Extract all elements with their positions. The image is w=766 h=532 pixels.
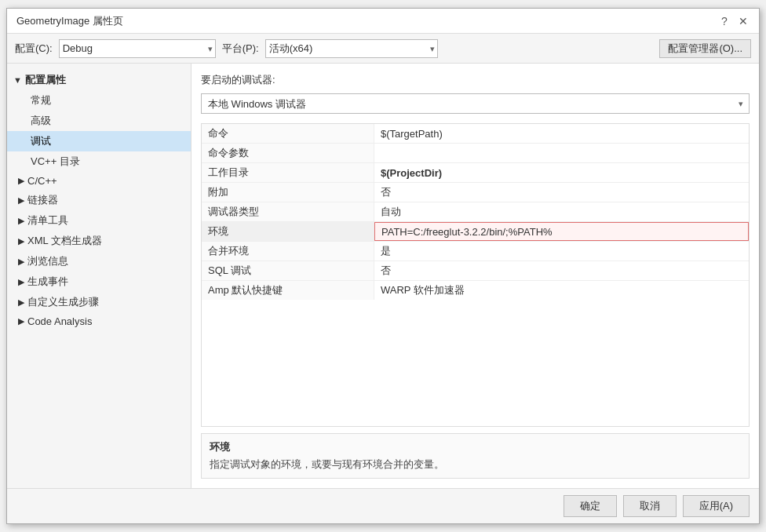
sidebar-item-linker[interactable]: ▶ 链接器 — [7, 190, 191, 210]
ok-button[interactable]: 确定 — [564, 495, 617, 517]
sidebar-group-config[interactable]: ▼ 配置属性 — [7, 70, 191, 90]
toolbar: 配置(C): Debug 平台(P): 活动(x64) 配置管理器(O)... — [7, 34, 759, 64]
codeanalysis-arrow: ▶ — [18, 316, 24, 326]
prop-key-mergeenv: 合并环境 — [202, 242, 374, 261]
sidebar-group-label: 配置属性 — [25, 73, 66, 87]
prop-val-command: $(TargetPath) — [374, 124, 749, 143]
sidebar-item-buildevents[interactable]: ▶ 生成事件 — [7, 271, 191, 292]
browse-arrow: ▶ — [18, 257, 24, 267]
sidebar-item-debug[interactable]: 调试 — [7, 131, 191, 151]
platform-select-wrapper: 活动(x64) — [265, 39, 438, 58]
prop-key-workdir: 工作目录 — [202, 163, 374, 182]
apply-button[interactable]: 应用(A) — [683, 495, 750, 517]
prop-val-cmdargs — [374, 144, 749, 162]
prop-row-attach[interactable]: 附加 否 — [202, 183, 749, 202]
title-bar: GeometryImage 属性页 ? ✕ — [7, 9, 759, 34]
sidebar-item-cpp[interactable]: ▶ C/C++ — [7, 172, 191, 190]
config-select-wrapper: Debug — [59, 39, 216, 58]
description-text: 指定调试对象的环境，或要与现有环境合并的变量。 — [210, 457, 741, 472]
group-arrow: ▼ — [13, 75, 22, 85]
sidebar-item-advanced[interactable]: 高级 — [7, 111, 191, 131]
prop-row-env[interactable]: 环境 PATH=C:/freeglut-3.2.2/bin/;%PATH% — [202, 222, 749, 242]
prop-val-env: PATH=C:/freeglut-3.2.2/bin/;%PATH% — [374, 222, 749, 241]
description-panel: 环境 指定调试对象的环境，或要与现有环境合并的变量。 — [201, 433, 750, 479]
close-button[interactable]: ✕ — [737, 15, 750, 27]
prop-key-debugtype: 调试器类型 — [202, 202, 374, 221]
prop-row-workdir[interactable]: 工作目录 $(ProjectDir) — [202, 163, 749, 183]
help-button[interactable]: ? — [718, 15, 731, 27]
debugger-prompt: 要启动的调试器: — [201, 73, 750, 87]
prop-val-attach: 否 — [374, 183, 749, 202]
prop-row-sqldebug[interactable]: SQL 调试 否 — [202, 261, 749, 281]
linker-arrow: ▶ — [18, 195, 24, 206]
main-window: GeometryImage 属性页 ? ✕ 配置(C): Debug 平台(P)… — [6, 8, 760, 524]
cpp-arrow: ▶ — [18, 176, 24, 186]
prop-row-command[interactable]: 命令 $(TargetPath) — [202, 124, 749, 144]
sidebar: ▼ 配置属性 常规 高级 调试 VC++ 目录 ▶ C/C++ ▶ — [7, 64, 192, 488]
prop-row-ampshortcut[interactable]: Amp 默认快捷键 WARP 软件加速器 — [202, 281, 749, 300]
prop-key-ampshortcut: Amp 默认快捷键 — [202, 281, 374, 300]
debugger-select-row: 本地 Windows 调试器 — [201, 93, 750, 114]
debugger-select[interactable]: 本地 Windows 调试器 — [201, 93, 750, 114]
sidebar-item-xmlgen[interactable]: ▶ XML 文档生成器 — [7, 231, 191, 251]
prop-key-env: 环境 — [202, 222, 374, 241]
sidebar-item-manifest[interactable]: ▶ 清单工具 — [7, 210, 191, 231]
prop-val-debugtype: 自动 — [374, 202, 749, 221]
prop-key-sqldebug: SQL 调试 — [202, 261, 374, 280]
manifest-arrow: ▶ — [18, 216, 24, 226]
prop-val-workdir: $(ProjectDir) — [374, 163, 749, 182]
content-area: ▼ 配置属性 常规 高级 调试 VC++ 目录 ▶ C/C++ ▶ — [7, 64, 759, 488]
sidebar-item-browse[interactable]: ▶ 浏览信息 — [7, 251, 191, 271]
prop-key-attach: 附加 — [202, 183, 374, 202]
prop-val-sqldebug: 否 — [374, 261, 749, 280]
prop-row-mergeenv[interactable]: 合并环境 是 — [202, 242, 749, 261]
footer: 确定 取消 应用(A) — [7, 488, 759, 523]
prop-val-mergeenv: 是 — [374, 242, 749, 261]
config-select[interactable]: Debug — [59, 39, 216, 58]
cancel-button[interactable]: 取消 — [623, 495, 677, 517]
sidebar-item-vcdir[interactable]: VC++ 目录 — [7, 151, 191, 172]
sidebar-item-general[interactable]: 常规 — [7, 90, 191, 111]
prop-key-cmdargs: 命令参数 — [202, 144, 374, 162]
description-title: 环境 — [210, 440, 741, 454]
platform-select[interactable]: 活动(x64) — [265, 39, 438, 58]
xmlgen-arrow: ▶ — [18, 236, 24, 246]
prop-row-debugtype[interactable]: 调试器类型 自动 — [202, 202, 749, 222]
buildevents-arrow: ▶ — [18, 277, 24, 287]
debugger-select-wrapper: 本地 Windows 调试器 — [201, 93, 750, 114]
prop-val-ampshortcut: WARP 软件加速器 — [374, 281, 749, 300]
platform-label: 平台(P): — [222, 42, 259, 56]
config-manager-button[interactable]: 配置管理器(O)... — [659, 39, 751, 58]
config-label: 配置(C): — [15, 42, 53, 56]
title-controls: ? ✕ — [718, 15, 750, 27]
customstep-arrow: ▶ — [18, 297, 24, 308]
prop-key-command: 命令 — [202, 124, 374, 143]
sidebar-item-codeanalysis[interactable]: ▶ Code Analysis — [7, 312, 191, 330]
window-title: GeometryImage 属性页 — [16, 14, 123, 28]
properties-table: 命令 $(TargetPath) 命令参数 工作目录 $(ProjectDir)… — [201, 123, 750, 427]
prop-row-cmdargs[interactable]: 命令参数 — [202, 144, 749, 163]
sidebar-item-customstep[interactable]: ▶ 自定义生成步骤 — [7, 292, 191, 312]
main-panel: 要启动的调试器: 本地 Windows 调试器 命令 $(TargetPath)… — [192, 64, 759, 488]
